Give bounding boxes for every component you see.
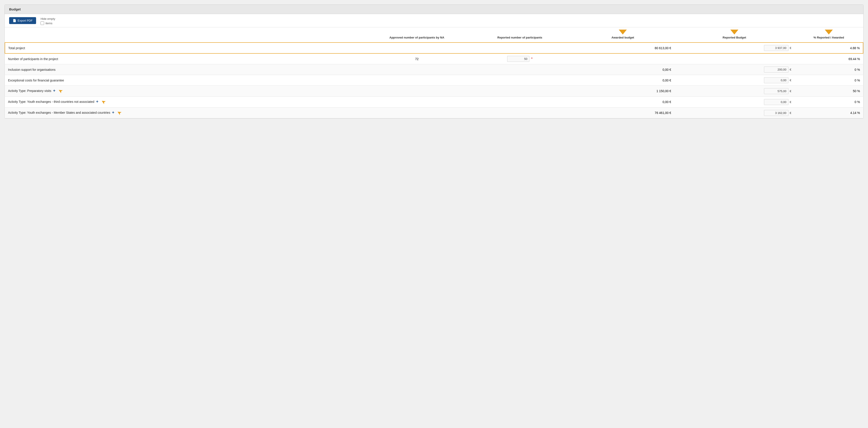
row-reported-budget-inclusion: € (674, 64, 794, 75)
row-reported-num-youth-member (468, 107, 571, 119)
percent-symbol-total: % (857, 46, 860, 50)
orange-arrow-preparatory-icon: ➤ (57, 87, 64, 95)
toolbar: 📄 Export PDF Hide empty items (5, 14, 863, 27)
required-asterisk: * (531, 57, 533, 61)
currency-youth-member: € (790, 111, 792, 114)
row-approved-youth-third (365, 97, 468, 107)
table-row: Number of participants in the project 72… (5, 54, 863, 64)
table-row: Total project 80 613,00 € € 4.88 % (5, 42, 863, 54)
row-reported-budget-youth-third: € (674, 97, 794, 107)
row-label-num-participants: Number of participants in the project (5, 54, 365, 64)
row-label-total-project: Total project (5, 42, 365, 54)
row-percent-youth-third: 0 % (795, 97, 863, 107)
row-reported-budget-total: € (674, 42, 794, 54)
pdf-icon: 📄 (13, 19, 16, 22)
row-reported-budget-youth-member: € (674, 107, 794, 119)
currency-inclusion: € (790, 68, 792, 71)
reported-budget-arrow-icon (730, 30, 738, 34)
percent-arrow-icon (825, 30, 833, 34)
row-percent-exceptional: 0 % (795, 75, 863, 86)
orange-arrow-youth-third-icon: ➤ (100, 98, 107, 106)
reported-budget-input-youth-third[interactable] (764, 99, 788, 105)
row-percent-total: 4.88 % (795, 42, 863, 54)
th-reported-num-label: Reported number of participants (497, 36, 542, 39)
row-reported-budget-preparatory: € (674, 86, 794, 97)
awarded-value-total: 80 613,00 € (655, 46, 671, 50)
row-reported-budget-exceptional: € (674, 75, 794, 86)
hide-empty-label2: items (45, 22, 52, 25)
row-approved-inclusion (365, 64, 468, 75)
currency-exceptional: € (790, 78, 792, 82)
row-approved-preparatory (365, 86, 468, 97)
budget-panel: Budget 📄 Export PDF Hide empty items App… (4, 4, 864, 119)
table-header-row: Approved number of participants by NA Re… (5, 27, 863, 42)
row-label-youth-member: Activity Type: Youth exchanges - Member … (5, 107, 365, 119)
table-row: Exceptional costs for financial guarante… (5, 75, 863, 86)
row-reported-num-total (468, 42, 571, 54)
export-label: Export PDF (18, 19, 33, 22)
row-reported-num-exceptional (468, 75, 571, 86)
th-approved-num: Approved number of participants by NA (365, 27, 468, 42)
row-approved-total (365, 42, 468, 54)
th-reported-budget-label: Reported Budget (722, 36, 746, 39)
currency-total: € (790, 46, 792, 50)
row-reported-budget-num-participants (674, 54, 794, 64)
table-row: Activity Type: Preparatory visits + ➤ 1 … (5, 86, 863, 97)
row-approved-num-participants: 72 (365, 54, 468, 64)
table-row: Inclusion support for organisations 0,00… (5, 64, 863, 75)
percent-value-total: 4.88 (850, 46, 856, 50)
row-awarded-exceptional: 0,00 € (571, 75, 674, 86)
row-awarded-youth-third: 0,00 € (571, 97, 674, 107)
row-percent-youth-member: 4.14 % (795, 107, 863, 119)
panel-title: Budget (9, 7, 21, 11)
reported-budget-input-preparatory[interactable] (764, 88, 788, 94)
reported-budget-input-total[interactable] (764, 45, 788, 51)
reported-budget-input-youth-member[interactable] (764, 110, 788, 116)
reported-budget-input-exceptional[interactable] (764, 77, 788, 83)
add-youth-member-button[interactable]: + (111, 110, 115, 114)
panel-header: Budget (5, 5, 863, 14)
hide-empty-label: Hide empty (40, 17, 55, 21)
th-approved-num-label: Approved number of participants by NA (389, 36, 444, 39)
row-awarded-num-participants (571, 54, 674, 64)
th-reported-num: Reported number of participants (468, 27, 571, 42)
row-awarded-inclusion: 0,00 € (571, 64, 674, 75)
row-percent-inclusion: 0 % (795, 64, 863, 75)
reported-budget-input-inclusion[interactable] (764, 67, 788, 72)
row-awarded-preparatory: 1 150,00 € (571, 86, 674, 97)
th-label (5, 27, 365, 42)
row-reported-num-participants: * (468, 54, 571, 64)
budget-table: Approved number of participants by NA Re… (5, 27, 863, 119)
hide-empty-checkbox[interactable] (40, 21, 44, 25)
table-row: Activity Type: Youth exchanges - Member … (5, 107, 863, 119)
row-label-youth-third: Activity Type: Youth exchanges - third c… (5, 97, 365, 107)
row-reported-num-inclusion (468, 64, 571, 75)
row-approved-youth-member (365, 107, 468, 119)
row-percent-preparatory: 50 % (795, 86, 863, 97)
add-youth-third-button[interactable]: + (95, 99, 99, 103)
orange-arrow-youth-member-icon: ➤ (116, 109, 123, 117)
row-reported-num-preparatory (468, 86, 571, 97)
row-label-exceptional: Exceptional costs for financial guarante… (5, 75, 365, 86)
row-label-inclusion: Inclusion support for organisations (5, 64, 365, 75)
row-label-preparatory: Activity Type: Preparatory visits + ➤ (5, 86, 365, 97)
add-preparatory-button[interactable]: + (52, 89, 56, 93)
row-reported-num-youth-third (468, 97, 571, 107)
th-percent: % Reported / Awarded (795, 27, 863, 42)
awarded-arrow-icon (619, 30, 627, 34)
hide-empty-control: Hide empty items (40, 17, 55, 25)
row-awarded-total: 80 613,00 € (571, 42, 674, 54)
th-awarded-label: Awarded budget (612, 36, 634, 39)
row-approved-exceptional (365, 75, 468, 86)
th-percent-label: % Reported / Awarded (813, 36, 844, 39)
reported-num-input-participants[interactable] (507, 56, 529, 62)
table-row: Activity Type: Youth exchanges - third c… (5, 97, 863, 107)
currency-youth-third: € (790, 100, 792, 104)
th-awarded-budget: Awarded budget (571, 27, 674, 42)
currency-preparatory: € (790, 90, 792, 93)
row-awarded-youth-member: 76 461,00 € (571, 107, 674, 119)
row-percent-num-participants: 69.44 % (795, 54, 863, 64)
export-pdf-button[interactable]: 📄 Export PDF (9, 17, 36, 24)
th-reported-budget: Reported Budget (674, 27, 794, 42)
